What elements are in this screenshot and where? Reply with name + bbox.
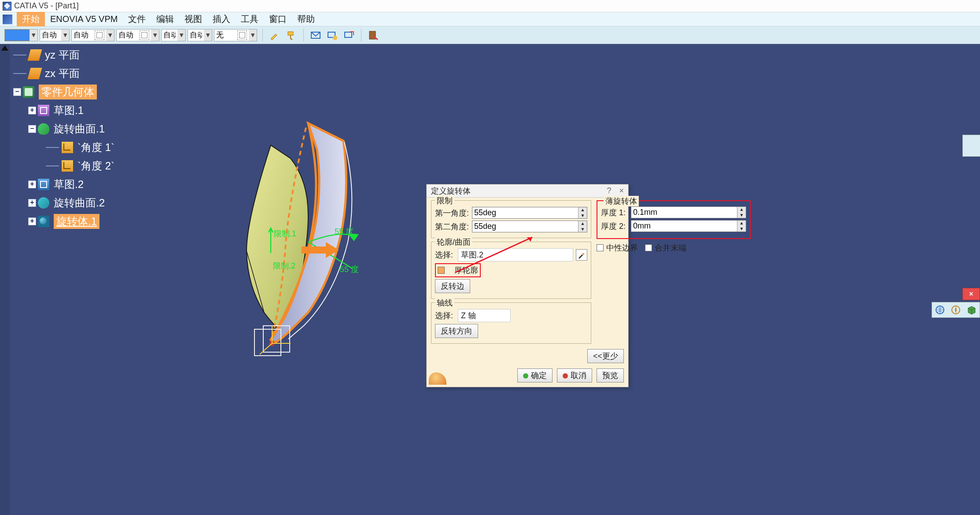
profile-group: 轮廓/曲面 选择: 草图.2 厚轮廓	[431, 242, 591, 299]
group-label: 轮廓/曲面	[435, 237, 472, 247]
group-label: 轴线	[435, 298, 454, 308]
menu-window[interactable]: 窗口	[264, 12, 292, 26]
combo-auto-1[interactable]: ▾	[40, 29, 70, 41]
preview-button[interactable]: 预览	[597, 368, 624, 383]
combo-none-text[interactable]	[214, 31, 236, 40]
thickness2-field[interactable]: ▲▼	[631, 220, 746, 232]
svg-rect-4	[345, 32, 352, 37]
combo-auto-5-text[interactable]	[188, 31, 204, 40]
color-swatch	[5, 29, 29, 41]
mail-arrow-icon[interactable]	[343, 29, 356, 42]
group-label: 薄旋转体	[604, 196, 639, 206]
thickness2-input[interactable]	[631, 221, 737, 232]
menu-file[interactable]: 文件	[123, 12, 151, 26]
menu-enovia[interactable]: ENOVIA V5 VPM	[45, 13, 123, 26]
color-combo[interactable]: ▾	[4, 29, 38, 41]
thick-profile-checkbox[interactable]: 厚轮廓	[435, 263, 481, 277]
thickness1-field[interactable]: ▲▼	[631, 206, 746, 218]
angle1-input[interactable]	[472, 207, 578, 218]
sketch-edit-button[interactable]	[576, 249, 587, 261]
label-55deg-b: 55 度	[340, 264, 359, 275]
angle2-input[interactable]	[472, 221, 578, 232]
thin-shaft-highlight: 薄旋转体 厚度 1: ▲▼ 厚度 2: ▲▼	[597, 200, 751, 239]
brush-icon[interactable]	[268, 29, 281, 42]
catalog-icon[interactable]	[367, 29, 380, 42]
separator	[303, 29, 304, 42]
combo-auto-2-text[interactable]	[72, 31, 93, 40]
separator	[262, 29, 263, 42]
svg-point-3	[333, 36, 337, 40]
limit-group: 限制 第一角度: ▲▼ 第二角度: ▲▼	[431, 200, 591, 238]
chevron-down-icon: ▾	[151, 29, 159, 41]
chevron-down-icon: ▾	[61, 29, 69, 41]
chevron-down-icon: ▾	[249, 29, 257, 41]
axis-group: 轴线 选择: Z 轴 反转方向	[431, 302, 591, 344]
menu-tools[interactable]: 工具	[236, 12, 264, 26]
combo-auto-2[interactable]: ▾	[71, 29, 114, 41]
angle1-field[interactable]: ▲▼	[472, 207, 587, 219]
less-button[interactable]: <<更少	[587, 349, 624, 363]
combo-auto-1-text[interactable]	[40, 31, 61, 40]
close-panel-button[interactable]: ×	[962, 288, 980, 300]
angle2-label: 第二角度:	[435, 221, 472, 232]
spin-up-icon[interactable]: ▲	[578, 207, 587, 213]
chevron-down-icon: ▾	[177, 29, 185, 41]
profile-select-field[interactable]: 草图.2	[458, 248, 573, 261]
thick-profile-label: 厚轮廓	[454, 265, 478, 276]
merge-ends-checkbox[interactable]: 合并末端	[645, 243, 686, 253]
painter-icon[interactable]	[285, 29, 298, 42]
view-tools-panel	[932, 302, 980, 318]
profile-select-label: 选择:	[435, 250, 458, 260]
cancel-button[interactable]: 取消	[557, 368, 592, 383]
thickness1-input[interactable]	[631, 207, 737, 218]
menu-insert[interactable]: 插入	[207, 12, 236, 26]
combo-none[interactable]: ▾	[214, 29, 257, 41]
toolbar: ▾ ▾ ▾ ▾ ▾ ▾ ▾	[0, 26, 980, 44]
app-icon	[3, 2, 11, 11]
menu-start[interactable]: 开始	[17, 12, 45, 26]
spin-up-icon[interactable]: ▲	[578, 221, 587, 227]
spin-up-icon[interactable]: ▲	[737, 207, 746, 213]
reverse-direction-button[interactable]: 反转方向	[435, 324, 478, 338]
angle1-label: 第一角度:	[435, 208, 472, 218]
spin-down-icon[interactable]: ▼	[737, 226, 746, 232]
menu-bar: 开始 ENOVIA V5 VPM 文件 编辑 视图 插入 工具 窗口 帮助	[0, 12, 980, 26]
angle2-field[interactable]: ▲▼	[472, 221, 587, 232]
close-icon[interactable]: ×	[619, 186, 624, 195]
ok-button[interactable]: 确定	[517, 368, 553, 383]
menu-view[interactable]: 视图	[179, 12, 207, 26]
combo-auto-4-text[interactable]	[162, 31, 177, 40]
viewport[interactable]: yz 平面 zx 平面 − 零件几何体 + 草图.1 − 旋转曲面.1 `角度 …	[0, 44, 980, 515]
spin-down-icon[interactable]: ▼	[578, 213, 587, 219]
thickness2-label: 厚度 2:	[601, 221, 631, 232]
group-label: 限制	[435, 195, 454, 206]
combo-auto-5[interactable]: ▾	[188, 29, 212, 41]
combo-auto-3-text[interactable]	[117, 31, 138, 40]
dialog-button-bar: 确定 取消 预览	[427, 366, 628, 387]
help-icon[interactable]: ?	[607, 186, 611, 195]
axis-select-field[interactable]: Z 轴	[458, 309, 511, 322]
title-bar: CATIA V5 - [Part1]	[0, 0, 980, 12]
chevron-down-icon: ▾	[204, 29, 212, 41]
shaft-definition-dialog: 定义旋转体 ? × 限制 第一角度: ▲▼	[426, 184, 629, 387]
menu-edit[interactable]: 编辑	[151, 12, 179, 26]
cube-tool-icon[interactable]	[966, 305, 977, 315]
axis-select-label: 选择:	[435, 310, 458, 321]
label-55deg-a: 55 度	[335, 226, 354, 237]
dialog-title: 定义旋转体	[431, 186, 471, 196]
neutral-fiber-checkbox[interactable]: 中性边界	[597, 243, 638, 253]
combo-auto-3[interactable]: ▾	[116, 29, 159, 41]
symbol-icon	[237, 30, 247, 40]
dialog-title-bar[interactable]: 定义旋转体 ? ×	[427, 184, 628, 198]
compass-tool-icon[interactable]	[951, 305, 961, 315]
spin-down-icon[interactable]: ▼	[737, 213, 746, 218]
spin-down-icon[interactable]: ▼	[578, 227, 587, 232]
spin-up-icon[interactable]: ▲	[737, 221, 746, 226]
combo-auto-4[interactable]: ▾	[161, 29, 186, 41]
globe-tool-icon[interactable]	[935, 305, 945, 315]
right-panel-toggle[interactable]	[962, 135, 980, 157]
reverse-side-button[interactable]: 反转边	[435, 279, 470, 293]
menu-help[interactable]: 帮助	[292, 12, 320, 26]
mail-gear-icon[interactable]	[326, 29, 339, 42]
mail-icon[interactable]	[309, 29, 322, 42]
